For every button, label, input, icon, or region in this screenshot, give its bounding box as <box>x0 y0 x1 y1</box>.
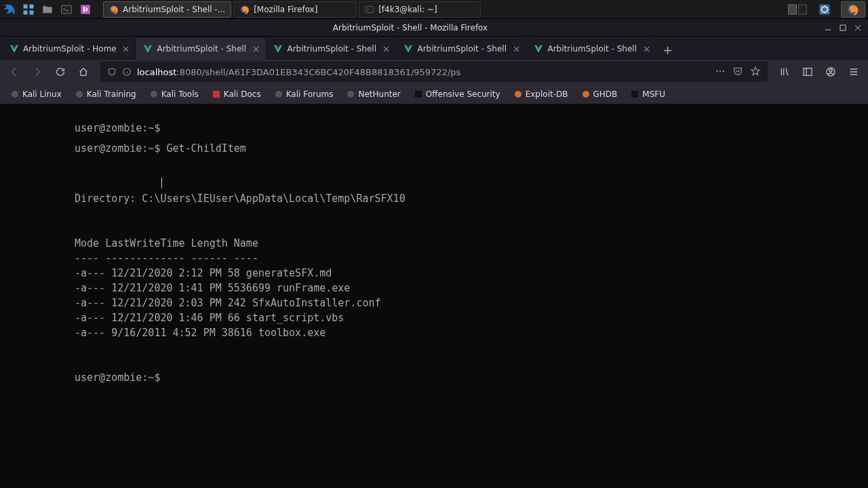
minimize-button[interactable] <box>821 20 835 35</box>
nav-bar: localhost:8080/shell/A61F3DA01EB343C6BC4… <box>0 60 868 84</box>
workspace-switcher[interactable] <box>784 0 811 19</box>
workspace-icon <box>788 4 807 15</box>
bookmark-nethunter[interactable]: NetHunter <box>341 86 406 102</box>
vue-icon <box>9 44 19 54</box>
tab-shell-1[interactable]: ArbitriumSploit - Shell × <box>136 38 265 60</box>
url-actions <box>715 66 761 79</box>
svg-point-27 <box>347 91 354 98</box>
sidebar-button[interactable] <box>797 62 818 82</box>
back-button[interactable] <box>4 62 24 82</box>
bookmark-ghdb[interactable]: GHDB <box>576 86 623 102</box>
svg-rect-8 <box>366 6 374 12</box>
app-menu-button[interactable] <box>844 62 864 82</box>
svg-point-18 <box>722 70 724 71</box>
tab-home[interactable]: ArbitriumSploit - Home × <box>3 38 135 60</box>
tab-close-icon[interactable]: × <box>381 43 392 54</box>
term-row: -a--- 12/21/2020 2:12 PM 58 generateSFX.… <box>75 266 868 281</box>
svg-point-17 <box>719 70 721 71</box>
tab-shell-3[interactable]: ArbitriumSploit - Shell × <box>397 38 526 60</box>
tray-recording[interactable] <box>811 0 838 19</box>
terminal-icon <box>60 3 73 16</box>
maximize-button[interactable] <box>835 20 850 35</box>
tab-close-icon[interactable]: × <box>511 43 522 54</box>
reload-button[interactable] <box>50 62 71 82</box>
bookmark-icon <box>414 90 422 98</box>
hamburger-icon <box>848 66 859 77</box>
firefox-window: ArbitriumSploit - Shell - Mozilla Firefo… <box>0 19 868 488</box>
url-bar[interactable]: localhost:8080/shell/A61F3DA01EB343C6BC4… <box>100 62 768 82</box>
term-blank <box>75 176 868 191</box>
library-icon <box>779 66 790 77</box>
svg-rect-28 <box>415 91 422 98</box>
tab-strip: ArbitriumSploit - Home × ArbitriumSploit… <box>0 37 868 60</box>
xfce-panel: ArbitriumSploit - Shell -... [Mozilla Fi… <box>0 0 868 19</box>
term-command: user@zombie:~$ Get-ChildItem <box>75 141 868 156</box>
taskbar-label: [f4k3@kali: ~] <box>378 5 475 14</box>
window-titlebar: ArbitriumSploit - Shell - Mozilla Firefo… <box>0 19 868 37</box>
bookmark-kali-forums[interactable]: Kali Forums <box>269 86 339 102</box>
svg-point-23 <box>76 91 83 98</box>
folder-icon <box>41 3 54 16</box>
tray-firefox[interactable] <box>841 1 865 18</box>
dashboard-launcher[interactable] <box>19 0 38 19</box>
panel-tray <box>784 0 868 18</box>
term-blank <box>75 355 868 370</box>
bookmarks-bar: Kali Linux Kali Training Kali Tools Kali… <box>0 84 868 104</box>
tab-close-icon[interactable]: × <box>121 43 132 54</box>
svg-rect-0 <box>24 4 28 8</box>
bookmark-kali-linux[interactable]: Kali Linux <box>5 86 67 102</box>
tab-close-icon[interactable]: × <box>251 43 262 54</box>
bookmark-icon <box>212 90 220 98</box>
shield-icon <box>107 67 117 77</box>
vue-icon <box>273 44 283 54</box>
page-actions-icon[interactable] <box>715 66 726 79</box>
new-tab-button[interactable]: + <box>657 39 677 60</box>
bookmark-offsec[interactable]: Offensive Security <box>409 86 506 102</box>
bookmark-msfu[interactable]: MSFU <box>625 86 671 102</box>
reload-icon <box>55 66 66 77</box>
tab-shell-4[interactable]: ArbitriumSploit - Shell × <box>527 38 656 60</box>
close-button[interactable] <box>850 20 865 35</box>
editor-launcher[interactable] <box>76 0 95 19</box>
pocket-icon[interactable] <box>732 66 743 79</box>
apps-menu-launcher[interactable] <box>0 0 19 19</box>
tab-label: ArbitriumSploit - Shell <box>547 44 637 54</box>
svg-rect-31 <box>631 91 638 98</box>
shell-page[interactable]: user@zombie:~$ user@zombie:~$ Get-ChildI… <box>0 104 868 488</box>
terminal-launcher[interactable] <box>57 0 76 19</box>
term-blank <box>75 161 868 176</box>
bookmark-kali-training[interactable]: Kali Training <box>70 86 142 102</box>
taskbar-item-firefox-2[interactable]: [Mozilla Firefox] <box>234 1 356 18</box>
bookmark-exploit-db[interactable]: Exploit-DB <box>509 86 574 102</box>
svg-rect-19 <box>804 68 812 76</box>
bookmark-label: Offensive Security <box>426 89 500 99</box>
bookmark-icon <box>631 90 639 98</box>
bookmark-icon <box>514 90 522 98</box>
taskbar-item-firefox-1[interactable]: ArbitriumSploit - Shell -... <box>103 1 231 18</box>
file-manager-launcher[interactable] <box>38 0 57 19</box>
bookmark-kali-docs[interactable]: Kali Docs <box>207 86 267 102</box>
tab-shell-2[interactable]: ArbitriumSploit - Shell × <box>267 38 395 60</box>
tab-close-icon[interactable]: × <box>642 43 652 54</box>
term-prompt: user@zombie:~$ <box>75 121 868 136</box>
taskbar-label: ArbitriumSploit - Shell -... <box>123 5 225 14</box>
text-caret <box>161 178 162 188</box>
firefox-icon <box>847 3 859 16</box>
home-button[interactable] <box>73 62 94 82</box>
bookmark-label: Kali Tools <box>161 89 199 99</box>
forward-button[interactable] <box>27 62 47 82</box>
term-directory: Directory: C:\Users\IEUser\AppData\Local… <box>75 191 868 206</box>
svg-point-26 <box>275 91 282 98</box>
info-icon[interactable] <box>122 67 132 77</box>
taskbar-item-terminal[interactable]: [f4k3@kali: ~] <box>359 1 481 18</box>
tab-label: ArbitriumSploit - Shell <box>287 44 376 54</box>
minimize-icon <box>825 24 831 31</box>
bookmark-star-icon[interactable] <box>750 66 761 79</box>
bookmark-kali-tools[interactable]: Kali Tools <box>144 86 204 102</box>
bookmark-icon <box>582 90 590 98</box>
library-button[interactable] <box>774 62 795 82</box>
bookmark-label: MSFU <box>642 89 665 99</box>
url-text: localhost:8080/shell/A61F3DA01EB343C6BC4… <box>137 67 715 77</box>
kali-dragon-icon <box>2 2 17 17</box>
account-button[interactable] <box>821 62 841 82</box>
